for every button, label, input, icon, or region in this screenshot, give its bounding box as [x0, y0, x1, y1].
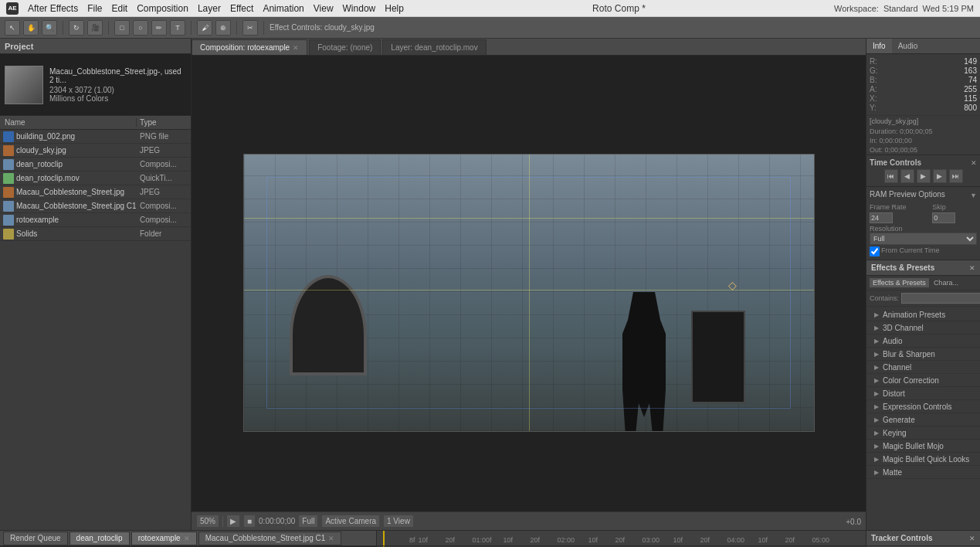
timecode-display[interactable]: 0:00:00;00 — [259, 517, 295, 525]
time-controls-panel: Time Controls ✕ ⏮ ◀ ▶ ▶ ⏭ — [866, 155, 980, 187]
tool-zoom[interactable]: 🔍 — [42, 20, 57, 36]
viewer-area[interactable]: ◇ 50% ▶ ■ 0:00:00;00 Full Active Camera … — [192, 56, 866, 530]
tool-clone[interactable]: ⊕ — [215, 20, 231, 36]
effects-presets-tab[interactable]: Effects & Presets — [870, 278, 929, 287]
effects-item-blur[interactable]: ▶ Blur & Sharpen — [866, 348, 980, 361]
preview-play-btn[interactable]: ▶ — [226, 515, 240, 528]
info-tab-audio[interactable]: Audio — [892, 39, 924, 53]
ram-skip-input[interactable] — [932, 212, 955, 223]
file-row[interactable]: building_002.png PNG file — [0, 130, 191, 144]
window-title: Roto Comp * — [413, 3, 825, 14]
mark-05: 05:00 — [811, 536, 832, 544]
comp-tab-layer[interactable]: Layer: dean_rotoclip.mov — [382, 39, 486, 55]
menu-after-effects[interactable]: After Effects — [28, 3, 78, 14]
file-row[interactable]: Macau_Cobblestone_Street.jpg JPEG — [0, 185, 191, 199]
ram-res-select[interactable]: Full Half Third Quarter — [870, 233, 977, 245]
effects-search-input[interactable] — [901, 293, 980, 304]
menu-layer[interactable]: Layer — [198, 3, 221, 14]
effects-item-distort[interactable]: ▶ Distort — [866, 387, 980, 400]
menu-composition[interactable]: Composition — [137, 3, 188, 14]
magnification-btn[interactable]: 50% — [196, 515, 219, 528]
ram-options: From Current Time — [870, 246, 977, 257]
effects-list: ▶ Animation Presets ▶ 3D Channel ▶ Audio… — [866, 307, 980, 481]
ram-fr-label: Frame Rate — [870, 203, 927, 211]
tool-text[interactable]: T — [170, 20, 185, 36]
effects-item-anim[interactable]: ▶ Animation Presets — [866, 308, 980, 321]
file-row[interactable]: cloudy_sky.jpg JPEG — [0, 144, 191, 158]
menu-help[interactable]: Help — [385, 3, 404, 14]
tc-first-btn[interactable]: ⏮ — [884, 169, 898, 183]
effects-item-audio[interactable]: ▶ Audio — [866, 335, 980, 348]
file-icon-mov1 — [3, 173, 14, 184]
menu-effect[interactable]: Effect — [230, 3, 253, 14]
tool-pen[interactable]: ✏ — [151, 20, 167, 36]
effects-item-matte[interactable]: ▶ Matte — [866, 466, 980, 479]
y-value: 800 — [924, 104, 977, 112]
resolution-btn[interactable]: Full — [298, 515, 318, 528]
expand-arrow: ▶ — [874, 364, 880, 371]
tc-play-btn[interactable]: ▶ — [917, 169, 931, 183]
file-name: Macau_Cobblestone_Street.jpg — [14, 188, 137, 196]
info-tab-info[interactable]: Info — [866, 39, 892, 53]
tool-camera-orbit[interactable]: 🎥 — [87, 20, 103, 36]
effects-item-mblooks[interactable]: ▶ Magic Bullet Quick Looks — [866, 453, 980, 466]
bottom-section: Render Queue dean_rotoclip rotoexample ✕… — [0, 530, 980, 547]
file-row[interactable]: dean_rotoclip.mov QuickTi... — [0, 172, 191, 185]
menu-animation[interactable]: Animation — [263, 3, 303, 14]
playhead[interactable] — [383, 531, 385, 545]
tc-prev-frame-btn[interactable]: ◀ — [900, 169, 914, 183]
file-row[interactable]: Macau_Cobblestone_Street.jpg C1 Composi.… — [0, 199, 191, 213]
effects-close-btn[interactable]: ✕ — [969, 264, 975, 272]
file-type: JPEG — [137, 188, 191, 196]
workspace-name[interactable]: Standard — [883, 4, 918, 13]
file-type: Composi... — [137, 216, 191, 224]
tool-mask-ellipse[interactable]: ○ — [133, 20, 148, 36]
tool-hand[interactable]: ✋ — [23, 20, 39, 36]
comp-tab-footage[interactable]: Footage: (none) — [309, 39, 381, 55]
tl-tab-close2[interactable]: ✕ — [328, 535, 334, 542]
file-row[interactable]: rotoexample Composi... — [0, 213, 191, 227]
r-label: R: — [870, 57, 923, 66]
time-controls-header: Time Controls ✕ — [870, 158, 977, 167]
tool-paint[interactable]: 🖌 — [197, 20, 212, 36]
effects-char-tab[interactable]: Chara... — [931, 278, 961, 287]
effects-item-3d[interactable]: ▶ 3D Channel — [866, 321, 980, 335]
effects-item-color[interactable]: ▶ Color Correction — [866, 374, 980, 387]
tool-roto[interactable]: ✂ — [242, 20, 258, 36]
ram-options-btn[interactable]: ▼ — [970, 192, 977, 199]
tracker-close-btn[interactable]: ✕ — [969, 535, 975, 542]
ram-from-current-cb[interactable] — [870, 246, 880, 257]
menu-file[interactable]: File — [87, 3, 102, 14]
toolbar-sep-2 — [108, 21, 109, 35]
time-controls-close[interactable]: ✕ — [971, 159, 977, 167]
file-row[interactable]: dean_rotoclip Composi... — [0, 158, 191, 172]
tl-tab-roto[interactable]: rotoexample ✕ — [131, 532, 197, 545]
effects-item-mojo[interactable]: ▶ Magic Bullet Mojo — [866, 440, 980, 453]
tc-last-btn[interactable]: ⏭ — [949, 169, 963, 183]
tracker-header: Tracker Controls ✕ — [866, 531, 980, 546]
tool-mask-rect[interactable]: □ — [114, 20, 130, 36]
effects-item-expr[interactable]: ▶ Expression Controls — [866, 400, 980, 413]
menu-edit[interactable]: Edit — [111, 3, 127, 14]
tl-tab-close[interactable]: ✕ — [184, 535, 190, 542]
tl-tab-dean[interactable]: dean_rotoclip — [70, 532, 130, 545]
preview-stop-btn[interactable]: ■ — [243, 515, 256, 528]
tool-rotate[interactable]: ↻ — [69, 20, 84, 36]
comp-tab-close[interactable]: ✕ — [293, 44, 299, 52]
ram-from-current-label: From Current Time — [881, 246, 940, 257]
menu-window[interactable]: Window — [343, 3, 376, 14]
camera-view-btn[interactable]: Active Camera — [321, 515, 380, 528]
view-count-btn[interactable]: 1 View — [383, 515, 414, 528]
file-row[interactable]: Solids Folder — [0, 227, 191, 241]
effects-item-channel[interactable]: ▶ Channel — [866, 361, 980, 374]
file-type: Folder — [137, 229, 191, 238]
effects-item-keying[interactable]: ▶ Keying — [866, 426, 980, 440]
tl-tab-macau[interactable]: Macau_Cobblestone_Street.jpg C1 ✕ — [198, 532, 342, 545]
tc-next-frame-btn[interactable]: ▶ — [933, 169, 947, 183]
tl-tab-render[interactable]: Render Queue — [3, 532, 68, 545]
ram-fr-input[interactable] — [870, 212, 893, 223]
menu-view[interactable]: View — [314, 3, 334, 14]
tool-selection[interactable]: ↖ — [5, 20, 20, 36]
effects-item-generate[interactable]: ▶ Generate — [866, 413, 980, 426]
comp-tab-rotoexample[interactable]: Composition: rotoexample ✕ — [192, 39, 307, 55]
